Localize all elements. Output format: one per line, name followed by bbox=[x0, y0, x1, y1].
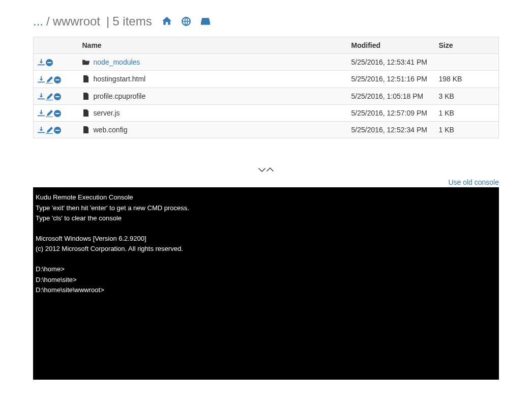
col-header-actions bbox=[34, 37, 78, 54]
edit-icon[interactable] bbox=[46, 127, 53, 134]
size-cell: 1 KB bbox=[435, 104, 499, 121]
console-line: Kudu Remote Execution Console bbox=[36, 192, 496, 203]
size-cell: 1 KB bbox=[435, 122, 499, 138]
console-line: D:\home\site> bbox=[36, 275, 496, 285]
globe-icon[interactable] bbox=[182, 17, 191, 26]
console-line: Microsoft Windows [Version 6.2.9200] bbox=[36, 234, 496, 244]
console[interactable]: Kudu Remote Execution ConsoleType 'exit'… bbox=[33, 187, 499, 380]
table-row: hostingstart.html5/25/2016, 12:51:16 PM1… bbox=[34, 71, 499, 88]
console-line: Type 'exit' then hit 'enter' to get a ne… bbox=[36, 203, 496, 213]
download-icon[interactable] bbox=[38, 76, 45, 83]
file-name: web.config bbox=[94, 126, 128, 134]
col-header-modified[interactable]: Modified bbox=[347, 37, 435, 54]
item-count: 5 items bbox=[112, 15, 152, 27]
breadcrumb-separator: / bbox=[46, 15, 50, 27]
breadcrumb-pipe: | bbox=[106, 15, 109, 27]
download-icon[interactable] bbox=[38, 59, 45, 66]
table-row: node_modules5/25/2016, 12:53:41 PM bbox=[34, 54, 499, 71]
size-cell: 198 KB bbox=[435, 71, 499, 88]
console-line bbox=[36, 223, 496, 234]
file-icon bbox=[82, 126, 90, 133]
size-cell: 3 KB bbox=[435, 88, 499, 104]
modified-cell: 5/25/2016, 1:05:18 PM bbox=[347, 88, 435, 104]
size-cell bbox=[435, 54, 499, 71]
table-row: server.js5/25/2016, 12:57:09 PM1 KB bbox=[34, 104, 499, 121]
file-name: server.js bbox=[94, 109, 120, 117]
modified-cell: 5/25/2016, 12:53:41 PM bbox=[347, 54, 435, 71]
file-name: hostingstart.html bbox=[94, 75, 146, 83]
col-header-name[interactable]: Name bbox=[78, 37, 347, 54]
breadcrumb-parent-link[interactable]: ... bbox=[33, 15, 43, 27]
download-icon[interactable] bbox=[38, 127, 45, 134]
console-line: (c) 2012 Microsoft Corporation. All righ… bbox=[36, 244, 496, 254]
file-name: profile.cpuprofile bbox=[94, 92, 146, 100]
delete-icon[interactable] bbox=[54, 110, 61, 117]
edit-icon[interactable] bbox=[46, 110, 53, 117]
splitter bbox=[33, 166, 499, 176]
console-line: D:\home> bbox=[36, 264, 496, 274]
delete-icon[interactable] bbox=[54, 93, 61, 100]
table-row: web.config5/25/2016, 12:52:34 PM1 KB bbox=[34, 122, 499, 138]
folder-link[interactable]: node_modules bbox=[94, 58, 140, 66]
edit-icon[interactable] bbox=[46, 76, 53, 83]
modified-cell: 5/25/2016, 12:51:16 PM bbox=[347, 71, 435, 88]
edit-icon[interactable] bbox=[46, 93, 53, 100]
download-icon[interactable] bbox=[38, 110, 45, 117]
download-icon[interactable] bbox=[38, 93, 45, 100]
file-icon bbox=[82, 93, 90, 100]
breadcrumb-current: wwwroot bbox=[53, 15, 100, 27]
home-icon[interactable] bbox=[162, 17, 171, 26]
table-row: profile.cpuprofile5/25/2016, 1:05:18 PM3… bbox=[34, 88, 499, 104]
col-header-size[interactable]: Size bbox=[435, 37, 499, 54]
file-icon bbox=[82, 109, 90, 117]
use-old-console-link[interactable]: Use old console bbox=[448, 178, 499, 186]
expand-down-icon[interactable] bbox=[258, 166, 265, 176]
delete-icon[interactable] bbox=[54, 76, 61, 83]
folder-icon bbox=[82, 59, 90, 66]
delete-icon[interactable] bbox=[46, 59, 53, 66]
disk-icon[interactable] bbox=[201, 17, 210, 26]
console-line: D:\home\site\wwwroot> bbox=[36, 285, 496, 295]
file-table: Name Modified Size node_modules5/25/2016… bbox=[33, 37, 499, 138]
file-icon bbox=[82, 75, 90, 82]
modified-cell: 5/25/2016, 12:57:09 PM bbox=[347, 104, 435, 121]
delete-icon[interactable] bbox=[54, 127, 61, 134]
console-line bbox=[36, 254, 496, 264]
breadcrumb: ... / wwwroot | 5 items bbox=[33, 15, 499, 27]
modified-cell: 5/25/2016, 12:52:34 PM bbox=[347, 122, 435, 138]
collapse-up-icon[interactable] bbox=[267, 166, 274, 176]
console-line: Type 'cls' to clear the console bbox=[36, 213, 496, 223]
